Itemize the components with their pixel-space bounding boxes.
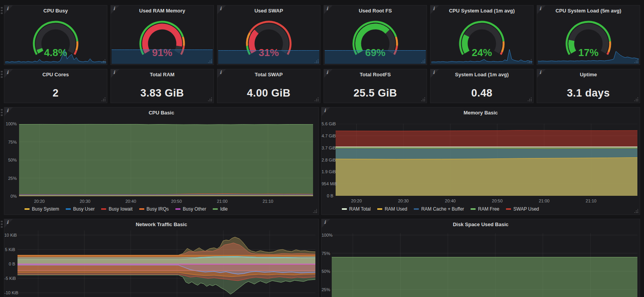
y-axis-label: 3.7 GiB — [322, 146, 333, 150]
legend-item[interactable]: Busy Other — [175, 206, 206, 212]
y-axis-label: 2.8 GiB — [322, 158, 333, 162]
resize-handle[interactable] — [208, 97, 212, 101]
chart-legend: RAM TotalRAM UsedRAM Cache + BufferRAM F… — [342, 206, 636, 212]
panel-total-swap: i Total SWAP 4.00 GiB — [217, 69, 320, 103]
chart-plot-area[interactable] — [336, 124, 637, 196]
panel-corner — [537, 69, 546, 78]
info-icon[interactable]: i — [539, 6, 541, 11]
legend-color-swatch — [342, 208, 347, 210]
legend-item[interactable]: Idle — [213, 206, 228, 212]
legend-item[interactable]: Busy System — [24, 206, 59, 212]
resize-handle[interactable] — [634, 97, 638, 101]
resize-handle[interactable] — [421, 97, 425, 101]
panel-cpu-busy: i CPU Busy 4.8% — [4, 5, 107, 65]
x-axis-label: 20:20 — [347, 199, 366, 203]
panel-title[interactable]: Total RootFS — [333, 72, 417, 77]
y-axis-label: 10 KiB — [4, 233, 15, 237]
panel-title[interactable]: Total RAM — [120, 72, 204, 77]
x-axis-label: 21:00 — [534, 199, 554, 203]
info-icon[interactable]: i — [7, 108, 9, 113]
panel-title[interactable]: Uptime — [546, 72, 630, 77]
panel-title[interactable]: CPU System Load (5m avg) — [546, 8, 630, 14]
panel-corner — [4, 107, 13, 116]
panel-title[interactable]: Total SWAP — [227, 72, 311, 77]
grafana-dashboard: i CPU Busy 4.8% i Used RAM Memory 91% i … — [0, 0, 644, 297]
info-icon[interactable]: i — [433, 6, 435, 11]
y-axis-label: 0% — [4, 194, 17, 199]
panel-title[interactable]: Memory Basic — [331, 110, 630, 116]
panel-used-rootfs: i Used Root FS 69% — [324, 5, 427, 65]
resize-handle[interactable] — [528, 97, 532, 101]
panel-corner — [4, 69, 13, 78]
legend-item[interactable]: RAM Used — [377, 206, 407, 212]
info-icon[interactable]: i — [7, 220, 9, 225]
panel-title[interactable]: CPU Basic — [14, 110, 309, 116]
row-drag-handle[interactable] — [1, 71, 3, 72]
resize-handle[interactable] — [315, 97, 318, 101]
info-icon[interactable]: i — [113, 70, 115, 75]
panel-corner — [430, 69, 439, 78]
legend-item[interactable]: Busy User — [66, 206, 94, 212]
x-axis-label: 20:40 — [441, 199, 460, 203]
y-axis-label: 5 KiB — [4, 247, 15, 252]
chart-plot-area[interactable] — [332, 233, 637, 297]
info-icon[interactable]: i — [433, 70, 435, 75]
info-icon[interactable]: i — [220, 70, 222, 75]
panel-uptime: i Uptime 3.1 days — [537, 69, 640, 103]
panel-memory-basic: i Memory Basic 0 B954 MiB1.9 GiB2.8 GiB3… — [321, 107, 640, 215]
info-icon[interactable]: i — [326, 70, 328, 75]
row-drag-handle[interactable] — [1, 109, 3, 111]
chart-plot-area[interactable] — [18, 230, 315, 297]
panel-title[interactable]: System Load (1m avg) — [440, 72, 524, 77]
x-axis-label: 20:50 — [488, 199, 507, 203]
legend-item[interactable]: Busy Iowait — [101, 206, 132, 212]
panel-cpu-cores: i CPU Cores 2 — [4, 69, 107, 103]
panel-title[interactable]: Used Root FS — [333, 8, 417, 14]
info-icon[interactable]: i — [324, 108, 326, 113]
y-axis-label: 75% — [4, 140, 17, 144]
info-icon[interactable]: i — [324, 220, 326, 225]
x-axis-label: 20:30 — [75, 199, 95, 204]
panel-corner — [537, 5, 546, 14]
panel-title[interactable]: CPU Busy — [14, 8, 98, 14]
info-icon[interactable]: i — [326, 6, 328, 11]
panel-used-ram: i Used RAM Memory 91% — [110, 5, 214, 65]
panel-used-swap: i Used SWAP 31% — [217, 5, 320, 65]
sparkline — [112, 47, 213, 64]
y-axis-label: 25% — [322, 287, 329, 292]
info-icon[interactable]: i — [113, 6, 115, 11]
row-drag-handle[interactable] — [1, 221, 3, 222]
panel-title[interactable]: Network Traffic Basic — [14, 221, 309, 227]
chart-plot-area[interactable] — [19, 124, 313, 196]
info-icon[interactable]: i — [220, 6, 222, 11]
legend-color-swatch — [24, 208, 30, 210]
legend-item[interactable]: Busy IRQs — [139, 206, 169, 212]
resize-handle[interactable] — [102, 97, 105, 101]
panel-corner — [322, 219, 330, 228]
info-icon[interactable]: i — [7, 6, 9, 11]
info-icon[interactable]: i — [539, 70, 541, 75]
legend-item[interactable]: RAM Cache + Buffer — [414, 206, 464, 212]
panel-total-rootfs: i Total RootFS 25.5 GiB — [324, 69, 427, 103]
y-axis-label: 25% — [4, 176, 17, 181]
panel-title[interactable]: CPU System Load (1m avg) — [440, 8, 524, 14]
panel-title[interactable]: Used RAM Memory — [120, 8, 204, 14]
legend-item[interactable]: SWAP Used — [506, 206, 539, 212]
stat-value: 0.48 — [430, 87, 533, 99]
panel-title[interactable]: CPU Cores — [14, 72, 98, 77]
panel-total-ram: i Total RAM 3.83 GiB — [110, 69, 214, 103]
legend-color-swatch — [139, 208, 144, 210]
legend-color-swatch — [101, 208, 106, 210]
panel-corner — [430, 5, 439, 14]
y-axis-label: 0 B — [4, 262, 15, 266]
panel-cpu-basic: i CPU Basic 0%25%50%75%100%20:2020:3020:… — [4, 107, 319, 215]
panel-corner — [4, 5, 13, 14]
legend-item[interactable]: RAM Total — [342, 206, 371, 212]
panel-title[interactable]: Disk Space Used Basic — [331, 221, 630, 227]
panel-corner — [324, 5, 332, 14]
row-drag-handle[interactable] — [1, 7, 3, 9]
info-icon[interactable]: i — [7, 70, 9, 75]
chart-legend: Busy SystemBusy UserBusy IowaitBusy IRQs… — [24, 206, 315, 212]
panel-title[interactable]: Used SWAP — [227, 8, 311, 14]
legend-item[interactable]: RAM Free — [471, 206, 499, 212]
